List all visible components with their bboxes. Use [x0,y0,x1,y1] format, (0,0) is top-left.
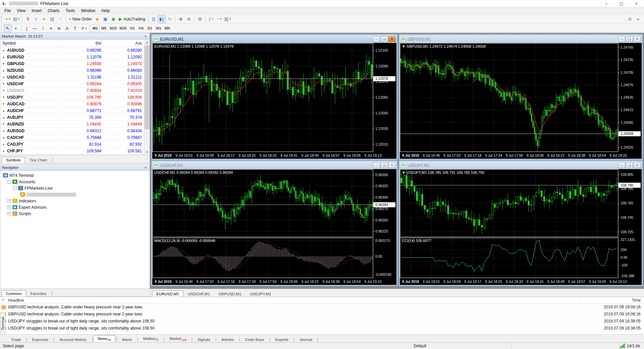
news-row[interactable]: USD/JPY struggles to break out of tight … [0,318,644,325]
chart-tab-gbpusd-m1[interactable]: GBPUSD,M1 [214,291,246,297]
chart-client-area[interactable]: 9 Jul 20199 Jul 16:469 Jul 17:029 Jul 17… [400,43,642,159]
column-headline[interactable]: Headline [0,297,580,303]
chart-tab-usdchf-m1[interactable]: USDCHF,M1 [183,291,214,297]
timeframe-m1-button[interactable]: M1 [91,25,100,32]
toolbar-overflow-button[interactable]: » [634,15,642,23]
navigator-toggle-button[interactable]: ★ [40,15,48,23]
tree-item-expert-advisors[interactable]: +◆Expert Advisors [2,204,150,210]
window-close-button[interactable]: × [629,0,644,7]
trendline-tool-button[interactable]: / [39,24,47,32]
chart-close-button[interactable]: ✕ [388,36,395,42]
search-button[interactable]: ⊙ [626,15,634,23]
market-watch-row[interactable]: ▼AUDNZD1.048301.04849 [0,121,150,128]
chart-plot-gbpusd-m1[interactable]: 9 Jul 20199 Jul 16:469 Jul 17:029 Jul 17… [400,43,642,159]
terminal-tab-signals[interactable]: Signals [193,336,215,343]
terminal-tab-experts[interactable]: Experts [271,336,293,343]
column-symbol[interactable]: Symbol [0,40,63,47]
autotrading-button[interactable]: ▶AutoTrading [117,15,147,23]
terminal-tab-journal[interactable]: Journal [295,336,317,343]
chart-window-eurusd-m1[interactable]: EURUSD,M1—❏✕9 Jul 20199 Jul 18:019 Jul 1… [151,34,397,160]
profiles-dropdown-caret[interactable]: ▾ [18,17,19,20]
market-watch-row[interactable]: ▼GBPUSD1.245581.24573 [0,60,150,67]
chart-restore-button[interactable]: ❏ [381,162,388,168]
menu-window[interactable]: Window [78,8,99,14]
news-row[interactable]: GBP/USD technical analysis: Cable under … [0,311,644,318]
text-label-tool-button[interactable]: T [71,24,79,32]
equidistant-channel-tool-button[interactable]: ≡ [47,24,55,32]
market-watch-row[interactable]: ▲CADCHF0.756680.75687 [0,134,150,141]
menu-file[interactable]: File [1,8,14,14]
zoom-in-button[interactable]: ⊕ [177,15,185,23]
tab-favorites[interactable]: Favorites [26,290,51,297]
timeframe-mn-button[interactable]: MN [163,25,172,32]
tab-symbols[interactable]: Symbols [2,157,25,163]
timeframe-m15-button[interactable]: M15 [108,25,118,32]
data-window-toggle-button[interactable]: + [32,15,40,23]
chart-minimize-button[interactable]: — [618,162,625,168]
tree-item-terminal[interactable]: ▦MT4 Terminal [2,172,150,179]
market-watch-toggle-button[interactable]: ⇅ [24,15,32,23]
market-watch-row[interactable]: ▲CHFJPY109.564109.581 [0,148,150,154]
chart-client-area[interactable]: 9 Jul 20199 Jul 16:469 Jul 17:029 Jul 17… [152,169,396,285]
text-tool-button[interactable]: A [63,24,71,32]
candlestick-mode-button[interactable]: ▮▯ [158,15,166,23]
chart-window-gbpusd-m1[interactable]: GBPUSD,M1—❏✕9 Jul 20199 Jul 16:469 Jul 1… [399,34,643,160]
terminal-close-icon[interactable]: × [1,298,5,302]
line-chart-mode-button[interactable]: ∿ [166,15,174,23]
status-profile[interactable]: Default [411,343,512,349]
chart-titlebar[interactable]: GBPUSD,M1—❏✕ [400,35,642,43]
column-bid[interactable]: Bid [63,40,104,47]
market-watch-row[interactable]: ▲AUDCHF0.687710.68791 [0,107,150,114]
chart-close-button[interactable]: ✕ [634,36,641,42]
market-watch-row[interactable]: ▼USDCHF0.992840.99300 [0,81,150,87]
market-watch-row[interactable]: ▼AUDCAD0.908790.90896 [0,101,150,107]
tree-item-account[interactable]: ☻ [2,191,150,198]
chart-titlebar[interactable]: EURUSD,M1—❏✕ [152,35,396,43]
market-watch-row[interactable]: ▼USDJPY108.790108.804 [0,94,150,101]
column-ask[interactable]: Ask [104,40,144,47]
expand-icon[interactable]: + [7,205,11,209]
market-watch-row[interactable]: ▲EURUSD1.120781.12092 [0,54,150,60]
vertical-line-tool-button[interactable]: | [23,24,31,32]
market-watch-scrollbar[interactable]: ▲ ▼ [144,40,150,155]
menu-view[interactable]: View [14,8,29,14]
new-order-button[interactable]: +New Order [67,15,93,23]
chart-minimize-button[interactable]: — [373,162,380,168]
indicators-button[interactable]: ƒ▾ [207,15,215,23]
chart-tab-eurusd-m1[interactable]: EURUSD,M1 [152,291,183,297]
publish-button[interactable]: ▣ [101,15,109,23]
strategy-tester-toggle-button[interactable]: ◔ [56,15,64,23]
timeframe-w1-button[interactable]: W1 [154,25,163,32]
tree-item-accounts[interactable]: -☻Accounts [2,179,150,185]
bar-chart-mode-button[interactable]: ||| [150,15,158,23]
new-chart-dropdown-caret[interactable]: ▾ [9,17,10,20]
indicators-dropdown-caret[interactable]: ▾ [212,17,213,20]
chart-client-area[interactable]: 9 Jul 20199 Jul 18:019 Jul 18:099 Jul 18… [152,43,396,159]
market-watch-row[interactable]: ▼USDHKD7.808547.81019 [0,87,150,94]
terminal-tab-code-base[interactable]: Code Base [241,336,269,343]
broadcast-button[interactable]: ◉ [109,15,117,23]
zoom-out-button[interactable]: ⊖ [185,15,193,23]
tab-tick-chart[interactable]: Tick Chart [25,157,51,163]
chart-plot-usdchf-m1[interactable]: 9 Jul 20199 Jul 16:469 Jul 17:029 Jul 17… [152,169,396,285]
news-row[interactable]: GBP/USD technical analysis: Cable under … [0,304,644,311]
chart-titlebar[interactable]: USDCHF,M1—❏✕ [152,161,396,169]
chart-close-button[interactable]: ✕ [634,162,641,168]
market-watch-row[interactable]: ▲AUDUSD0.692650.69280 [0,47,150,54]
menu-charts[interactable]: Charts [45,8,62,14]
window-minimize-button[interactable]: – [599,0,614,7]
periods-dropdown-caret[interactable]: ▾ [220,17,221,20]
templates-button[interactable]: ▨▾ [223,15,232,23]
menu-help[interactable]: Help [98,8,113,14]
chart-minimize-button[interactable]: — [373,36,380,42]
cursor-tool-button[interactable]: ↖ [4,24,12,32]
terminal-tab-trade[interactable]: Trade [7,336,25,343]
chart-restore-button[interactable]: ❏ [626,162,633,168]
navigator-close-icon[interactable]: × [143,165,148,169]
column-time[interactable]: Time [580,297,644,303]
crosshair-tool-button[interactable]: + [12,24,20,32]
market-watch-row[interactable]: ▲AUDJPY75.35975.374 [0,114,150,121]
fibonacci-tool-button[interactable]: ≋ [55,24,63,32]
market-watch-close-icon[interactable]: × [143,34,148,38]
chart-close-button[interactable]: ✕ [388,162,395,168]
